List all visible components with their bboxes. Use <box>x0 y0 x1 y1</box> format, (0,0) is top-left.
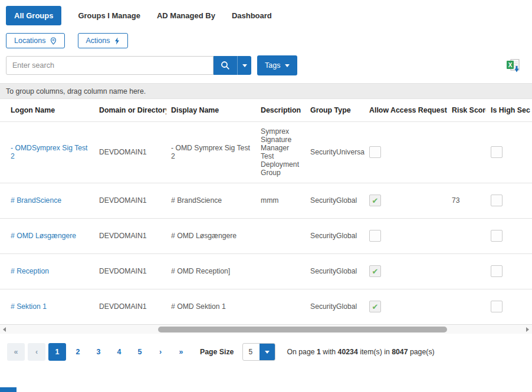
is-high-sec-checkbox[interactable] <box>491 265 503 277</box>
allow-access-checkbox[interactable] <box>369 195 381 206</box>
tab-dashboard[interactable]: Dashboard <box>232 11 272 20</box>
table-row: # Sektion 1 DEVDOMAIN1 # OMD Sektion 1 S… <box>0 289 532 324</box>
next-page-button[interactable]: › <box>152 343 169 361</box>
table-row: - OMDSymprex Sig Test 2 DEVDOMAIN1 - OMD… <box>0 121 532 183</box>
scroll-right-arrow-icon[interactable] <box>526 327 529 332</box>
allow-access-cell <box>364 253 447 289</box>
logon-name-link[interactable]: # Sektion 1 <box>0 289 94 324</box>
domain-cell: DEVDOMAIN1 <box>94 289 166 324</box>
page-button-3[interactable]: 3 <box>90 343 107 361</box>
column-header-group-type[interactable]: Group Type <box>306 99 364 121</box>
allow-access-checkbox[interactable] <box>369 146 381 158</box>
column-header-display-name[interactable]: Display Name <box>166 99 256 121</box>
table-row: # Reception DEVDOMAIN1 # OMD Reception] … <box>0 253 532 289</box>
description-cell <box>256 218 306 253</box>
last-page-button[interactable]: » <box>172 343 190 361</box>
allow-access-checkbox[interactable] <box>369 265 381 277</box>
allow-access-cell <box>364 289 447 324</box>
page-button-4[interactable]: 4 <box>110 343 128 361</box>
scroll-left-arrow-icon[interactable] <box>3 327 6 332</box>
column-header-description[interactable]: Description <box>256 99 306 121</box>
domain-cell: DEVDOMAIN1 <box>94 183 166 218</box>
horizontal-scrollbar-thumb[interactable] <box>158 327 447 332</box>
search-options-dropdown-button[interactable] <box>237 56 251 75</box>
tags-button[interactable]: Tags <box>257 55 297 75</box>
allow-access-checkbox[interactable] <box>369 301 381 312</box>
pagination-summary: On page 1 with 40234 item(s) in 8047 pag… <box>287 348 434 356</box>
allow-access-cell <box>364 183 447 218</box>
search-button[interactable] <box>214 56 237 75</box>
actions-button[interactable]: Actions <box>78 33 128 48</box>
partial-element-bottom-left <box>0 387 17 392</box>
search-row: Tags X <box>0 48 532 75</box>
column-header-logon-name[interactable]: Logon Name <box>0 99 94 121</box>
toolbar: Locations Actions <box>0 25 532 48</box>
is-high-sec-checkbox[interactable] <box>491 146 503 158</box>
column-header-risk-score[interactable]: Risk Score <box>447 99 486 121</box>
tab-all-groups[interactable]: All Groups <box>6 6 61 25</box>
main-tabs: All Groups Groups I Manage AD Managed By… <box>0 0 532 25</box>
group-type-cell: SecurityGlobal <box>306 289 364 324</box>
logon-name-link[interactable]: # OMD Løsgængere <box>0 218 94 253</box>
table-row: # OMD Løsgængere DEVDOMAIN1 # OMD Løsgæn… <box>0 218 532 253</box>
tab-ad-managed-by[interactable]: AD Managed By <box>157 11 215 20</box>
group-type-cell: SecurityGlobal <box>306 183 364 218</box>
allow-access-cell <box>364 218 447 253</box>
risk-score-cell <box>447 121 486 183</box>
column-header-is-high-sec[interactable]: Is High Sec <box>486 99 532 121</box>
description-cell: Symprex Signature Manager Test Deploymen… <box>256 121 306 183</box>
pagination-bar: « ‹ 1 2 3 4 5 › » Page Size 5 On page 1 … <box>0 334 532 361</box>
groups-table: Logon Name Domain or Directory Display N… <box>0 99 532 324</box>
export-to-excel-button[interactable]: X <box>504 56 524 75</box>
is-high-sec-checkbox[interactable] <box>491 301 503 312</box>
page-size-select[interactable]: 5 <box>242 343 275 361</box>
excel-export-icon: X <box>506 58 521 73</box>
svg-text:X: X <box>508 62 513 68</box>
description-cell: mmm <box>256 183 306 218</box>
logon-name-link[interactable]: - OMDSymprex Sig Test 2 <box>0 121 94 183</box>
display-name-cell: - OMD Symprex Sig Test 2 <box>166 121 256 183</box>
is-high-sec-cell <box>486 289 532 324</box>
search-icon <box>221 61 230 70</box>
group-columns-hint[interactable]: To group columns, drag column name here. <box>0 83 532 99</box>
risk-score-cell: 73 <box>447 183 486 218</box>
current-page-number: 1 <box>317 348 321 356</box>
description-cell <box>256 289 306 324</box>
logon-name-link[interactable]: # Reception <box>0 253 94 289</box>
display-name-cell: # OMD Løsgængere <box>166 218 256 253</box>
allow-access-checkbox[interactable] <box>369 230 381 242</box>
column-header-domain[interactable]: Domain or Directory <box>94 99 166 121</box>
locations-button[interactable]: Locations <box>6 33 65 48</box>
allow-access-cell <box>364 121 447 183</box>
horizontal-scrollbar[interactable] <box>0 324 532 334</box>
is-high-sec-checkbox[interactable] <box>491 230 503 242</box>
domain-cell: DEVDOMAIN1 <box>94 218 166 253</box>
group-type-cell: SecurityGlobal <box>306 253 364 289</box>
page-size-label: Page Size <box>200 348 234 356</box>
search-input[interactable] <box>6 56 214 75</box>
chevron-down-icon <box>242 64 247 67</box>
actions-button-label: Actions <box>86 37 110 45</box>
chevron-down-icon <box>285 64 290 67</box>
lightning-bolt-icon <box>114 37 120 45</box>
page-size-dropdown-button[interactable] <box>260 344 275 360</box>
column-header-allow-access-requests[interactable]: Allow Access Requests <box>364 99 447 121</box>
table-header-row: Logon Name Domain or Directory Display N… <box>0 99 532 121</box>
page-button-2[interactable]: 2 <box>69 343 87 361</box>
group-type-cell: SecurityUniversal <box>306 121 364 183</box>
locations-button-label: Locations <box>14 37 46 45</box>
page-button-1[interactable]: 1 <box>48 343 66 361</box>
table-row: # BrandScience DEVDOMAIN1 # BrandScience… <box>0 183 532 218</box>
groups-management-page: All Groups Groups I Manage AD Managed By… <box>0 0 532 392</box>
is-high-sec-cell <box>486 218 532 253</box>
logon-name-link[interactable]: # BrandScience <box>0 183 94 218</box>
tab-groups-i-manage[interactable]: Groups I Manage <box>78 11 140 20</box>
display-name-cell: # BrandScience <box>166 183 256 218</box>
risk-score-cell <box>447 253 486 289</box>
description-cell <box>256 253 306 289</box>
page-button-5[interactable]: 5 <box>131 343 149 361</box>
first-page-button[interactable]: « <box>7 343 25 361</box>
previous-page-button[interactable]: ‹ <box>28 343 45 361</box>
is-high-sec-checkbox[interactable] <box>491 195 503 206</box>
page-size-value: 5 <box>243 344 260 360</box>
